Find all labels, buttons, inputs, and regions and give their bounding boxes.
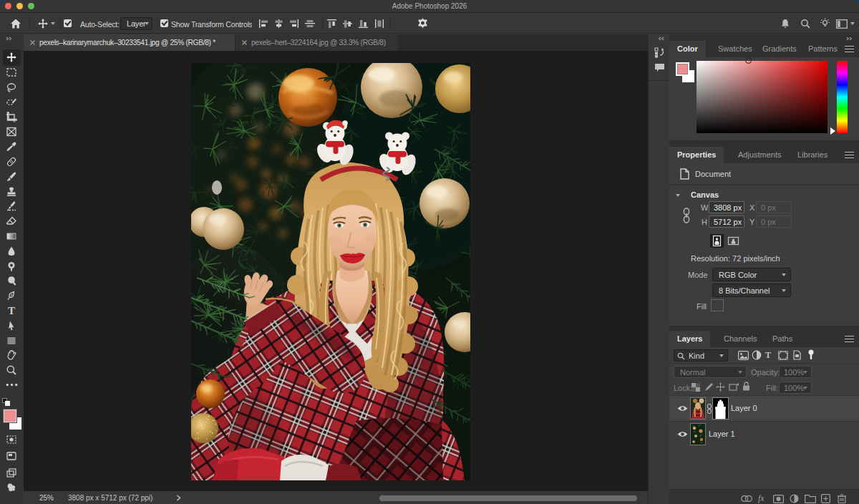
svg-text:T: T [8, 305, 15, 316]
